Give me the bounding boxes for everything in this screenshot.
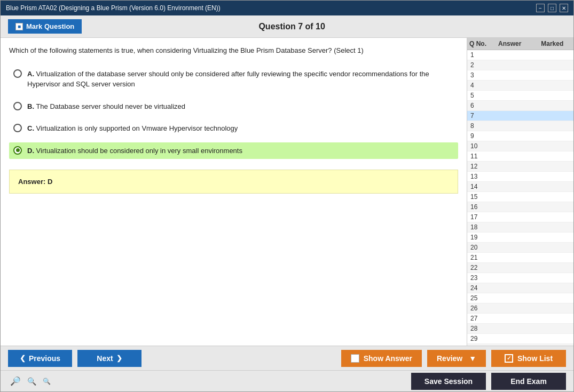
question-area: Which of the following statements is tru… bbox=[1, 38, 467, 346]
previous-button[interactable]: ❮ Previous bbox=[8, 350, 72, 367]
zoom-in-button[interactable]: 🔎 bbox=[8, 375, 23, 387]
next-button[interactable]: Next ❯ bbox=[77, 350, 141, 367]
option-b[interactable]: B. The Database server should never be v… bbox=[9, 98, 458, 115]
show-answer-button[interactable]: Show Answer bbox=[341, 350, 422, 367]
options-list: A. Virtualization of the database server… bbox=[9, 66, 458, 159]
row-answer bbox=[489, 71, 531, 79]
option-c[interactable]: C. Virtualization is only supported on V… bbox=[9, 120, 458, 137]
bottom-bar2: 🔎 🔍 🔍 Save Session End Exam bbox=[1, 370, 573, 391]
row-qnum: 11 bbox=[467, 153, 489, 160]
row-qnum: 22 bbox=[467, 264, 489, 271]
side-panel-row[interactable]: 29 bbox=[467, 334, 573, 344]
end-exam-button[interactable]: End Exam bbox=[491, 373, 566, 390]
review-label: Review bbox=[437, 354, 462, 363]
question-title: Question 7 of 10 bbox=[258, 22, 325, 31]
row-qnum: 14 bbox=[467, 183, 489, 190]
row-answer bbox=[489, 61, 531, 69]
side-panel-row[interactable]: 9 bbox=[467, 131, 573, 141]
side-panel-row[interactable]: 24 bbox=[467, 283, 573, 293]
side-panel-row[interactable]: 13 bbox=[467, 172, 573, 182]
row-qnum: 20 bbox=[467, 244, 489, 251]
show-list-button[interactable]: ✓ Show List bbox=[491, 350, 566, 367]
row-qnum: 27 bbox=[467, 315, 489, 322]
review-button[interactable]: Review ▼ bbox=[427, 350, 486, 367]
row-marked bbox=[531, 61, 574, 69]
side-panel-row[interactable]: 18 bbox=[467, 222, 573, 233]
side-panel-row[interactable]: 7 bbox=[467, 111, 573, 121]
side-panel-row[interactable]: 2 bbox=[467, 60, 573, 70]
zoom-normal-button[interactable]: 🔍 bbox=[25, 376, 38, 387]
maximize-button[interactable]: □ bbox=[548, 4, 556, 12]
row-qnum: 1 bbox=[467, 51, 489, 59]
side-panel: Q No. Answer Marked 1 2 3 4 5 6 bbox=[467, 38, 573, 346]
row-answer bbox=[489, 153, 531, 160]
row-qnum: 26 bbox=[467, 305, 489, 312]
answer-box: Answer: D bbox=[9, 170, 458, 194]
option-c-label: C. Virtualization is only supported on V… bbox=[27, 123, 238, 134]
mark-question-label: Mark Question bbox=[26, 22, 74, 30]
row-marked bbox=[531, 142, 574, 150]
option-d-radio[interactable] bbox=[13, 146, 22, 155]
row-qnum: 12 bbox=[467, 163, 489, 170]
row-marked bbox=[531, 335, 574, 342]
window-title: Blue Prism ATA02 (Designing a Blue Prism… bbox=[6, 4, 221, 12]
row-answer bbox=[489, 203, 531, 211]
row-answer bbox=[489, 51, 531, 59]
side-panel-row[interactable]: 3 bbox=[467, 70, 573, 81]
side-panel-row[interactable]: 1 bbox=[467, 50, 573, 60]
row-answer bbox=[489, 193, 531, 201]
side-panel-row[interactable]: 21 bbox=[467, 253, 573, 263]
row-answer bbox=[489, 284, 531, 292]
side-panel-row[interactable]: 6 bbox=[467, 101, 573, 111]
mark-question-button[interactable]: ■ Mark Question bbox=[8, 19, 82, 34]
close-button[interactable]: ✕ bbox=[560, 4, 568, 12]
option-c-radio[interactable] bbox=[13, 124, 22, 132]
row-marked bbox=[531, 315, 574, 322]
side-panel-row[interactable]: 4 bbox=[467, 81, 573, 91]
title-bar: Blue Prism ATA02 (Designing a Blue Prism… bbox=[1, 1, 573, 15]
row-qnum: 17 bbox=[467, 213, 489, 221]
side-panel-row[interactable]: 8 bbox=[467, 121, 573, 131]
row-answer bbox=[489, 244, 531, 251]
side-panel-row[interactable]: 27 bbox=[467, 314, 573, 324]
option-a[interactable]: A. Virtualization of the database server… bbox=[9, 66, 458, 93]
side-panel-row[interactable]: 11 bbox=[467, 151, 573, 162]
side-panel-row[interactable]: 20 bbox=[467, 243, 573, 253]
side-panel-row[interactable]: 15 bbox=[467, 192, 573, 202]
row-marked bbox=[531, 223, 574, 231]
row-answer bbox=[489, 122, 531, 130]
row-answer bbox=[489, 213, 531, 221]
option-b-radio[interactable] bbox=[13, 102, 22, 110]
side-panel-row[interactable]: 5 bbox=[467, 91, 573, 101]
row-answer bbox=[489, 294, 531, 302]
row-answer bbox=[489, 102, 531, 109]
bottom-bar: ❮ Previous Next ❯ Show Answer Review ▼ ✓… bbox=[1, 346, 573, 370]
side-panel-row[interactable]: 28 bbox=[467, 324, 573, 334]
minimize-button[interactable]: − bbox=[536, 4, 545, 12]
side-panel-row[interactable]: 19 bbox=[467, 233, 573, 243]
option-d[interactable]: D. Virtualization should be considered o… bbox=[9, 142, 458, 159]
row-marked bbox=[531, 102, 574, 109]
side-panel-list[interactable]: 1 2 3 4 5 6 7 8 bbox=[467, 50, 573, 346]
side-panel-row[interactable]: 25 bbox=[467, 293, 573, 303]
side-panel-row[interactable]: 16 bbox=[467, 202, 573, 212]
row-qnum: 29 bbox=[467, 335, 489, 342]
save-session-button[interactable]: Save Session bbox=[411, 373, 486, 390]
side-panel-row[interactable]: 12 bbox=[467, 162, 573, 172]
row-qnum: 13 bbox=[467, 173, 489, 180]
review-dropdown-icon: ▼ bbox=[469, 354, 476, 363]
save-session-label: Save Session bbox=[424, 377, 473, 386]
show-answer-checkbox-icon bbox=[351, 354, 359, 363]
side-panel-row[interactable]: 14 bbox=[467, 182, 573, 192]
toolbar: ■ Mark Question Question 7 of 10 bbox=[1, 15, 573, 38]
zoom-out-button[interactable]: 🔍 bbox=[41, 377, 53, 386]
side-panel-row[interactable]: 23 bbox=[467, 273, 573, 283]
side-panel-row[interactable]: 17 bbox=[467, 212, 573, 222]
side-panel-row[interactable]: 10 bbox=[467, 141, 573, 151]
side-panel-row[interactable]: 22 bbox=[467, 263, 573, 273]
row-marked bbox=[531, 132, 574, 140]
row-marked bbox=[531, 51, 574, 59]
side-panel-row[interactable]: 26 bbox=[467, 303, 573, 314]
row-qnum: 25 bbox=[467, 294, 489, 302]
option-a-radio[interactable] bbox=[13, 69, 22, 78]
